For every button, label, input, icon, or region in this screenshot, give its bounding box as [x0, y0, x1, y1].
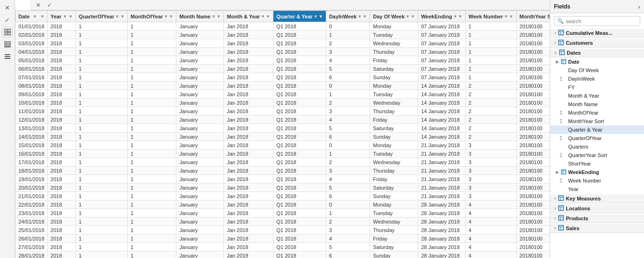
- table-cell: Thursday: [370, 107, 418, 116]
- field-item-shortyear[interactable]: ShortYear: [550, 159, 644, 168]
- table-row: 28/01/2018201811JanuaryJan 2018Q1 20186S…: [16, 251, 550, 258]
- table-cell: Jan 2018: [224, 150, 273, 158]
- table-cell: 6: [326, 73, 370, 82]
- table-cell: 1: [128, 48, 176, 56]
- action-check-icon[interactable]: ✓: [45, 1, 54, 9]
- field-item-quarterofyear[interactable]: Σ QuarterOfYear: [550, 134, 644, 142]
- filter-icon[interactable]: ▼: [68, 14, 73, 19]
- table-cell: 1: [76, 251, 128, 258]
- field-group-header-customers[interactable]: > Customers: [550, 39, 644, 48]
- filter-icon[interactable]: ▼: [458, 14, 462, 19]
- table-cell: 1: [128, 133, 176, 141]
- field-item-dayinweek[interactable]: Σ DayInWeek: [550, 75, 644, 83]
- field-group-header-key-measures[interactable]: > Key Measures: [550, 194, 644, 203]
- fields-panel-close-icon[interactable]: ›: [638, 3, 640, 10]
- filter-icon[interactable]: ▼: [363, 14, 367, 19]
- field-item-week-number[interactable]: Σ Week Number: [550, 176, 644, 185]
- field-item-day-of-week[interactable]: Day Of Week: [550, 66, 644, 75]
- table-cell: 5: [326, 65, 370, 73]
- table-cell: 1: [128, 73, 176, 82]
- table-cell: 1: [128, 39, 176, 48]
- filter-icon[interactable]: ▼: [40, 14, 44, 19]
- table-row: 06/01/2018201811JanuaryJan 2018Q1 20185S…: [16, 65, 550, 73]
- col-header-month-&-year[interactable]: Month & Year ▼ ▼: [224, 11, 273, 22]
- table-cell: Q1 2018: [273, 226, 326, 234]
- field-item-quarteryear-sort[interactable]: Σ QuarterYear Sort: [550, 151, 644, 159]
- col-header-monthofyear[interactable]: MonthOfYear ▼ ▼: [128, 11, 176, 22]
- field-item-month-name[interactable]: Month Name: [550, 100, 644, 108]
- table-cell: 20180100: [516, 217, 550, 226]
- search-input[interactable]: [566, 18, 637, 24]
- table-cell: 1: [465, 56, 516, 65]
- filter-icon[interactable]: ▼: [169, 14, 173, 19]
- field-item-year[interactable]: Year: [550, 185, 644, 193]
- table-cell: 24/01/2018: [16, 217, 48, 226]
- table-cell: 2018: [48, 175, 76, 183]
- field-item-fy[interactable]: FY: [550, 83, 644, 92]
- close-icon[interactable]: ✕: [2, 2, 13, 13]
- table-cell: Friday: [370, 116, 418, 124]
- col-header-quarter-&-year[interactable]: Quarter & Year ▼ ▼: [273, 11, 326, 22]
- field-item-month-&-year[interactable]: Month & Year: [550, 92, 644, 100]
- col-header-weekending[interactable]: WeekEnding ▼ ▼: [418, 11, 466, 22]
- col-header-dayinweek[interactable]: DayInWeek ▼ ▼: [326, 11, 370, 22]
- filter-icon[interactable]: ▼: [319, 14, 323, 19]
- field-label: MonthYear Sort: [568, 118, 604, 124]
- table-cell: 1: [465, 22, 516, 31]
- col-header-date[interactable]: Date ▼ ▼: [16, 11, 48, 22]
- table-cell: 2018: [48, 133, 76, 141]
- col-header-day-of-week[interactable]: Day Of Week ▼ ▼: [370, 11, 418, 22]
- filter-icon[interactable]: ▼: [411, 14, 415, 19]
- table-cell: 1: [465, 73, 516, 82]
- list-icon[interactable]: [2, 51, 13, 62]
- table-cell: Monday: [370, 141, 418, 150]
- group-chevron-icon: >: [554, 41, 556, 45]
- field-group-header-products[interactable]: > Products: [550, 214, 644, 223]
- table-cell: 16/01/2018: [16, 150, 48, 158]
- table-cell: 20/01/2018: [16, 183, 48, 192]
- filter-icon[interactable]: ▼: [216, 14, 221, 19]
- filter-icon[interactable]: ▼: [266, 14, 270, 19]
- field-label: Quarter & Year: [568, 127, 603, 133]
- field-group-header-locations[interactable]: > Locations: [550, 204, 644, 213]
- table-cell: Wednesday: [370, 39, 418, 48]
- table-cell: 21 January 2018: [418, 141, 466, 150]
- col-header-quarterofyear[interactable]: QuarterOfYear ▼ ▼: [76, 11, 128, 22]
- action-close-icon[interactable]: ✕: [34, 1, 42, 9]
- field-subgroup-weekending[interactable]: ▶ WeekEnding: [550, 168, 644, 176]
- check-icon[interactable]: ✓: [2, 14, 13, 25]
- field-item-monthofyear[interactable]: Σ MonthOfYear: [550, 108, 644, 117]
- field-item-quarters[interactable]: Quarters: [550, 142, 644, 151]
- grid-icon[interactable]: [2, 26, 13, 38]
- svg-rect-10: [559, 30, 563, 35]
- table-cell: 1: [76, 116, 128, 124]
- field-group-header-dates[interactable]: ∨ Dates: [550, 49, 644, 58]
- sort-icon: ▼: [164, 14, 168, 19]
- table-cell: 1: [465, 48, 516, 56]
- table-icon[interactable]: [2, 39, 13, 50]
- filter-icon[interactable]: ▼: [120, 14, 124, 19]
- table-cell: January: [176, 90, 224, 99]
- col-header-week-number[interactable]: Week Number ▼ ▼: [465, 11, 516, 22]
- table-cell: 07 January 2018: [418, 73, 466, 82]
- field-item-monthyear-sort[interactable]: Σ MonthYear Sort: [550, 117, 644, 125]
- field-group-header-sales[interactable]: > Sales: [550, 224, 644, 233]
- search-box[interactable]: 🔍: [554, 16, 640, 26]
- table-cell: Q1 2018: [273, 192, 326, 200]
- table-cell: 1: [76, 166, 128, 175]
- field-group-key-measures: > Key Measures: [550, 194, 644, 203]
- table-cell: Tuesday: [370, 31, 418, 39]
- field-group-header-cumulative-measures[interactable]: > Cumulative Meas...: [550, 29, 644, 38]
- field-subgroup-date[interactable]: ▶ Date: [550, 58, 644, 66]
- col-header-month-name[interactable]: Month Name ▼ ▼: [176, 11, 224, 22]
- table-cell: 3: [465, 158, 516, 166]
- table-cell: Q1 2018: [273, 150, 326, 158]
- data-table-container: Date ▼ ▼ Year ▼ ▼ QuarterOfYear ▼ ▼ Mont…: [15, 10, 550, 258]
- table-cell: January: [176, 65, 224, 73]
- table-cell: 14 January 2018: [418, 116, 466, 124]
- col-header-year[interactable]: Year ▼ ▼: [48, 11, 76, 22]
- field-item-quarter-&-year[interactable]: Quarter & Year: [550, 125, 644, 134]
- table-cell: 21 January 2018: [418, 192, 466, 200]
- filter-icon[interactable]: ▼: [509, 14, 513, 19]
- col-header-monthyear-sort[interactable]: MonthYear Sort ▼ ▼: [516, 11, 550, 22]
